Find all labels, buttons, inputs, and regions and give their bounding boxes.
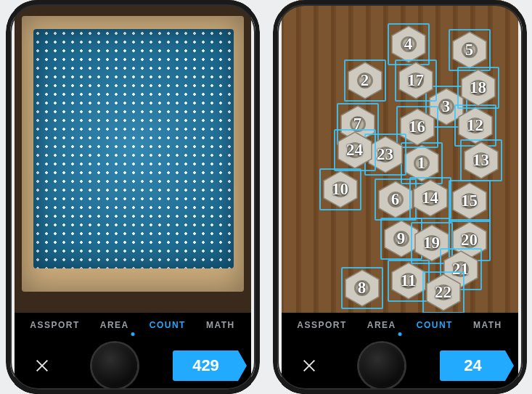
detection-nut[interactable]: 13 xyxy=(462,141,501,180)
detection-number: 14 xyxy=(411,178,450,218)
detection-number: 18 xyxy=(459,68,498,107)
detection-number: 22 xyxy=(424,273,463,312)
detection-number: 13 xyxy=(462,141,501,180)
detection-number: 5 xyxy=(450,30,489,70)
detection-number: 15 xyxy=(450,181,489,221)
detection-nut[interactable]: 5 xyxy=(450,30,489,70)
detection-nut[interactable]: 2 xyxy=(345,61,385,100)
detections-overlay: 123456789101112131415161718192021222324 xyxy=(282,0,518,313)
count-result-value: 429 xyxy=(192,356,219,375)
phone-left: ASSPORT AREA COUNT MATH 429 xyxy=(6,0,260,394)
close-icon xyxy=(301,358,317,374)
bottom-controls: 429 xyxy=(15,337,251,394)
detection-number: 8 xyxy=(343,268,382,308)
shutter-button[interactable] xyxy=(359,343,404,388)
mode-indicator-dot xyxy=(131,332,134,336)
phone-screen: ASSPORT AREA COUNT MATH 429 xyxy=(15,0,251,394)
detection-nut[interactable]: 17 xyxy=(396,61,435,100)
close-button[interactable] xyxy=(295,351,324,380)
detection-nut[interactable]: 15 xyxy=(450,181,489,221)
detection-nut[interactable]: 24 xyxy=(335,131,375,170)
detection-number: 2 xyxy=(345,61,385,100)
count-result-value: 24 xyxy=(464,356,481,375)
camera-viewfinder[interactable]: 123456789101112131415161718192021222324 xyxy=(282,0,518,313)
detection-nut[interactable]: 14 xyxy=(411,178,450,218)
detection-number: 4 xyxy=(389,25,428,64)
screenshot-stage: ASSPORT AREA COUNT MATH 429 12 xyxy=(0,0,532,394)
camera-viewfinder[interactable] xyxy=(15,0,251,313)
detection-nut[interactable]: 4 xyxy=(389,25,428,64)
mode-count[interactable]: COUNT xyxy=(417,320,453,330)
mode-area[interactable]: AREA xyxy=(367,320,396,330)
mode-selector: ASSPORT AREA COUNT MATH xyxy=(282,313,518,337)
phone-right: 123456789101112131415161718192021222324 … xyxy=(273,0,527,394)
detection-nut[interactable]: 10 xyxy=(321,170,360,209)
count-result-badge[interactable]: 429 xyxy=(173,350,238,381)
close-button[interactable] xyxy=(28,351,57,380)
detection-nut[interactable]: 18 xyxy=(459,68,498,107)
mode-assport[interactable]: ASSPORT xyxy=(30,320,80,330)
mode-indicator-dot xyxy=(398,332,401,336)
detection-number: 17 xyxy=(396,61,435,100)
bottom-controls: 24 xyxy=(282,337,518,394)
mode-area[interactable]: AREA xyxy=(100,320,129,330)
close-icon xyxy=(34,358,50,374)
detection-nut[interactable]: 22 xyxy=(424,273,463,312)
mode-selector: ASSPORT AREA COUNT MATH xyxy=(15,313,251,337)
count-result-badge[interactable]: 24 xyxy=(440,350,505,381)
mode-math[interactable]: MATH xyxy=(473,320,502,330)
detection-nut[interactable]: 8 xyxy=(343,268,382,308)
detection-number: 10 xyxy=(321,170,360,209)
phone-screen: 123456789101112131415161718192021222324 … xyxy=(282,0,518,394)
shutter-button[interactable] xyxy=(92,343,137,388)
mode-math[interactable]: MATH xyxy=(206,320,235,330)
detection-number: 24 xyxy=(335,131,375,170)
mode-count[interactable]: COUNT xyxy=(150,320,186,330)
detected-items-grid xyxy=(33,29,234,268)
mode-assport[interactable]: ASSPORT xyxy=(297,320,347,330)
